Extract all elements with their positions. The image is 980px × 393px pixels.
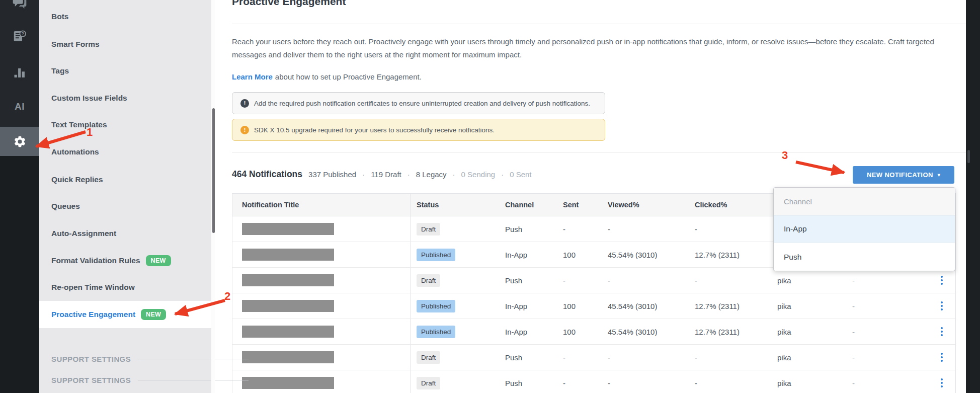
status-cell: Draft — [411, 274, 498, 287]
notification-title-placeholder — [242, 249, 334, 261]
viewed-cell: - — [601, 353, 688, 362]
notification-title-placeholder — [242, 300, 334, 312]
stats-separator: · — [362, 170, 365, 179]
table-row[interactable]: PublishedIn-App10045.54% (3010)12.7% (23… — [232, 319, 955, 345]
column-header-notification-title: Notification Title — [232, 194, 411, 216]
sidebar-item-proactive-engagement[interactable]: Proactive EngagementNEW — [39, 301, 211, 328]
menu-item-label: Text Templates — [51, 120, 107, 129]
created-by-cell: pika — [769, 276, 840, 285]
new-notification-label: NEW NOTIFICATION — [867, 171, 933, 179]
column-header-sent: Sent — [555, 201, 601, 209]
title-divider — [232, 24, 966, 24]
sidebar-item-text-templates[interactable]: Text Templates — [39, 111, 211, 138]
menu-section-label: SUPPORT SETTINGS — [51, 376, 131, 384]
table-row[interactable]: DraftPush---pika- — [232, 268, 955, 293]
sidebar-item-re-open-time-window[interactable]: Re-open Time Window — [39, 274, 211, 301]
status-badge: Draft — [417, 377, 440, 389]
new-notification-button[interactable]: NEW NOTIFICATION ▾ — [853, 166, 954, 184]
sidebar-item-auto-assignment[interactable]: Auto-Assignment — [39, 220, 211, 247]
sidebar-item-automations[interactable]: Automations — [39, 138, 211, 166]
viewed-cell: - — [601, 225, 688, 233]
stats-segment: 119 Draft — [371, 170, 401, 179]
viewed-cell: 45.54% (3010) — [601, 302, 688, 310]
gear-icon — [13, 135, 27, 148]
table-row[interactable]: DraftPush---pika- — [232, 345, 955, 370]
content-divider — [232, 152, 966, 152]
status-badge: Published — [417, 300, 455, 312]
notification-title-cell — [232, 370, 411, 393]
menu-item-label: Tags — [51, 66, 69, 75]
notification-title-placeholder — [242, 377, 334, 389]
sidebar-item-format-validation-rules[interactable]: Format Validation RulesNEW — [39, 247, 211, 274]
right-edge-panel — [966, 0, 980, 393]
sdk-upgrade-banner: ! SDK X 10.5 upgrade required for your u… — [232, 119, 605, 141]
table-row[interactable]: PublishedIn-App10045.54% (3010)12.7% (23… — [232, 293, 955, 319]
page-title: Proactive Engagement — [232, 0, 346, 8]
sidebar-item-quick-replies[interactable]: Quick Replies — [39, 166, 211, 193]
sidebar-item-settings[interactable] — [0, 127, 39, 156]
stats-segment: 337 Published — [308, 170, 356, 179]
status-badge: Draft — [417, 274, 440, 287]
kebab-menu-icon[interactable] — [937, 376, 947, 390]
kebab-menu-icon[interactable] — [937, 299, 947, 313]
dropdown-option-in-app[interactable]: In-App — [774, 215, 955, 243]
status-cell: Draft — [411, 351, 498, 364]
annotation-number-1: 1 — [87, 126, 93, 139]
clicked-cell: 12.7% (2311) — [688, 251, 769, 259]
learn-more-row: Learn Moreabout how to set up Proactive … — [232, 72, 422, 81]
kebab-menu-icon[interactable] — [937, 273, 947, 287]
stats-segment: 8 Legacy — [416, 170, 447, 179]
right-scrollbar-thumb[interactable] — [967, 150, 970, 163]
menu-section-label: SUPPORT SETTINGS — [51, 355, 131, 363]
status-cell: Published — [411, 249, 498, 261]
learn-more-text: about how to set up Proactive Engagement… — [275, 72, 422, 81]
menu-item-label: Queues — [51, 202, 80, 211]
sidebar-item-smart-forms[interactable]: Smart Forms — [39, 31, 211, 58]
table-row[interactable]: DraftPush---pika- — [232, 370, 955, 393]
sidebar-item-bots[interactable]: Bots — [39, 3, 211, 30]
channel-cell: Push — [498, 379, 555, 387]
annotation-number-3: 3 — [782, 149, 788, 162]
sidebar-item-custom-issue-fields[interactable]: Custom Issue Fields — [39, 85, 211, 112]
faq-icon[interactable]: ? — [0, 28, 39, 44]
sidebar-item-queues[interactable]: Queues — [39, 193, 211, 220]
info-exclamation-icon: ! — [240, 99, 249, 108]
menu-section-support-settings-1: SUPPORT SETTINGS — [51, 352, 249, 365]
kebab-menu-icon[interactable] — [937, 325, 947, 339]
warning-exclamation-icon: ! — [240, 126, 249, 134]
notification-title-cell — [232, 242, 411, 267]
row-actions-cell — [937, 350, 947, 364]
icon-rail-lower-fill — [0, 156, 39, 393]
sidebar-item-tags[interactable]: Tags — [39, 57, 211, 85]
learn-more-link[interactable]: Learn More — [232, 72, 273, 81]
ai-icon-label: AI — [15, 101, 25, 112]
channel-dropdown-menu: Channel In-AppPush — [773, 187, 955, 271]
clicked-cell: - — [688, 225, 769, 233]
push-certificates-banner: ! Add the required push notification cer… — [232, 92, 605, 114]
clicked-cell: - — [688, 276, 769, 285]
menu-item-label: Proactive Engagement — [51, 310, 135, 319]
row-actions-cell — [937, 325, 947, 339]
notifications-stats: 464 Notifications 337 Published·119 Draf… — [232, 169, 532, 180]
viewed-cell: 45.54% (3010) — [601, 328, 688, 336]
kebab-menu-icon[interactable] — [937, 350, 947, 364]
ai-icon[interactable]: AI — [0, 99, 39, 114]
notification-title-cell — [232, 216, 411, 242]
banner-text: Add the required push notification certi… — [254, 100, 590, 107]
svg-text:?: ? — [22, 31, 24, 36]
conversations-icon[interactable] — [0, 0, 39, 11]
new-badge: NEW — [146, 255, 171, 266]
analytics-icon[interactable] — [0, 64, 39, 81]
menu-scrollbar-track[interactable] — [211, 0, 215, 393]
column-header-status: Status — [411, 201, 498, 209]
menu-item-label: Auto-Assignment — [51, 229, 116, 238]
notification-title-cell — [232, 345, 411, 370]
menu-item-label: Re-open Time Window — [51, 283, 135, 292]
created-by-cell: pika — [769, 379, 840, 387]
menu-item-label: Bots — [51, 12, 68, 21]
notification-title-placeholder — [242, 223, 334, 235]
viewed-cell: - — [601, 276, 688, 285]
dropdown-option-push[interactable]: Push — [774, 243, 955, 271]
menu-scrollbar-thumb[interactable] — [212, 108, 215, 233]
status-badge: Published — [417, 326, 455, 338]
